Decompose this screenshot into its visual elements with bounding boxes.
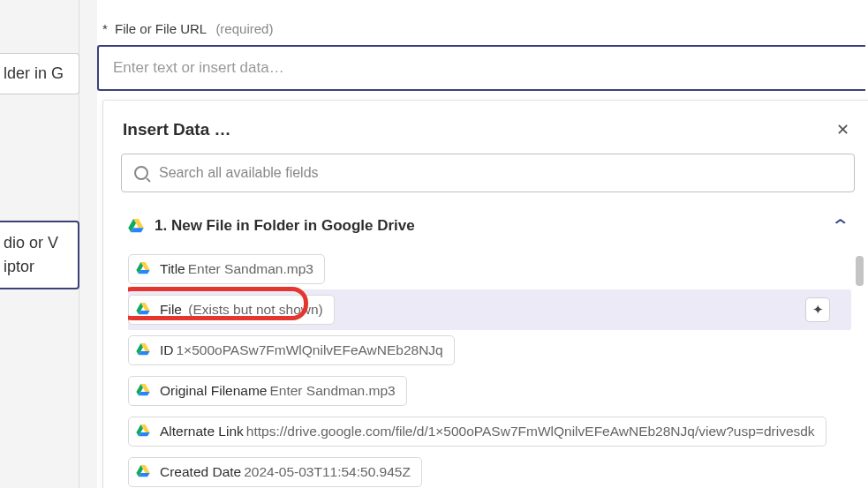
field-value: Enter Sandman.mp3 bbox=[188, 261, 313, 276]
google-drive-icon bbox=[136, 303, 152, 317]
close-icon: ✕ bbox=[836, 121, 849, 139]
field-row[interactable]: TitleEnter Sandman.mp3 bbox=[128, 249, 864, 289]
search-icon bbox=[134, 166, 148, 180]
insert-data-popover: Insert Data … ✕ 1. New File in Folder in… bbox=[102, 100, 868, 488]
google-drive-icon bbox=[128, 219, 144, 233]
google-drive-icon bbox=[136, 343, 152, 357]
field-value: Enter Sandman.mp3 bbox=[269, 383, 395, 398]
left-step-title-fragment: lder in G bbox=[4, 64, 64, 82]
main-panel: * File or File URL (required) Insert Dat… bbox=[97, 0, 868, 488]
field-label: Alternate Link bbox=[160, 424, 244, 439]
left-step-card-partial-2: dio or V iptor bbox=[0, 221, 79, 289]
fields-list: TitleEnter Sandman.mp3 File (Exists but … bbox=[128, 249, 864, 488]
field-value: 2024-05-03T11:54:50.945Z bbox=[244, 464, 411, 479]
field-row[interactable]: Created Date2024-05-03T11:54:50.945Z bbox=[128, 452, 864, 488]
file-field-name: File or File URL bbox=[115, 21, 207, 36]
required-star: * bbox=[102, 21, 108, 36]
google-drive-icon bbox=[136, 262, 152, 276]
chevron-up-icon: ⌃ bbox=[830, 215, 851, 236]
field-row-selected[interactable]: File (Exists but not shown) ✦ bbox=[128, 289, 851, 330]
data-source-name: 1. New File in Folder in Google Drive bbox=[155, 217, 415, 235]
file-input[interactable] bbox=[99, 47, 865, 89]
field-value: 1×500oPASw7FmWlQnilvEFeAwNEb28NJq bbox=[177, 342, 443, 357]
search-input[interactable] bbox=[159, 165, 842, 181]
file-field-label: * File or File URL (required) bbox=[102, 21, 868, 36]
search-field[interactable] bbox=[121, 154, 855, 192]
close-button[interactable]: ✕ bbox=[833, 118, 853, 141]
popover-title: Insert Data … bbox=[123, 120, 230, 139]
field-label: Original Filename bbox=[160, 383, 267, 398]
field-label: Title bbox=[160, 261, 185, 276]
required-hint: (required) bbox=[215, 21, 273, 36]
scrollbar[interactable] bbox=[855, 249, 864, 488]
field-value: (Exists but not shown) bbox=[188, 302, 322, 317]
file-input-wrapper[interactable] bbox=[97, 45, 865, 91]
left-panel-background: lder in G dio or V iptor bbox=[0, 0, 79, 488]
field-row[interactable]: Original FilenameEnter Sandman.mp3 bbox=[128, 371, 864, 411]
sparkle-icon: ✦ bbox=[812, 302, 824, 318]
google-drive-icon bbox=[136, 384, 152, 398]
scrollbar-thumb[interactable] bbox=[856, 256, 864, 286]
field-row[interactable]: ID1×500oPASw7FmWlQnilvEFeAwNEb28NJq bbox=[128, 330, 864, 371]
left-step-title-fragment-2a: dio or V bbox=[4, 231, 71, 255]
data-source-header[interactable]: 1. New File in Folder in Google Drive ⌃ bbox=[103, 192, 868, 244]
left-step-title-fragment-2b: iptor bbox=[4, 255, 71, 279]
field-row[interactable]: Alternate Linkhttps://drive.google.com/f… bbox=[128, 411, 864, 452]
left-step-card-partial: lder in G bbox=[0, 53, 79, 94]
field-label: File bbox=[160, 302, 182, 317]
google-drive-icon bbox=[136, 465, 152, 479]
field-value: https://drive.google.com/file/d/1×500oPA… bbox=[246, 424, 815, 439]
google-drive-icon bbox=[136, 424, 152, 439]
field-label: Created Date bbox=[160, 464, 241, 479]
ai-suggest-button[interactable]: ✦ bbox=[805, 297, 830, 322]
field-label: ID bbox=[160, 342, 174, 357]
